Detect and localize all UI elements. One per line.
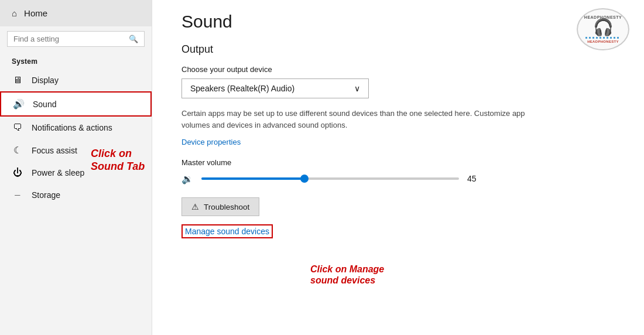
sidebar: ⌂ Home 🔍 System 🖥 Display 🔊 Sound 🗨 Noti… (0, 0, 152, 335)
volume-label: Master volume (181, 158, 621, 167)
power-icon: ⏻ (12, 168, 23, 178)
sidebar-item-focus-label: Focus assist (32, 146, 77, 155)
output-device-dropdown[interactable]: Speakers (Realtek(R) Audio) ∨ (181, 78, 369, 98)
main-content: HEADPHONESTY 🎧 HEADPHONESTY Sound Output… (152, 0, 644, 335)
sidebar-item-home[interactable]: ⌂ Home (0, 0, 152, 26)
output-description: Certain apps may be set up to use differ… (181, 108, 533, 131)
logo-area: HEADPHONESTY 🎧 HEADPHONESTY (574, 6, 632, 53)
headphones-icon: 🎧 (593, 19, 614, 36)
display-icon: 🖥 (12, 75, 23, 86)
sidebar-item-notifications-label: Notifications & actions (32, 123, 112, 132)
annotation-manage-line2: sound devices (310, 275, 384, 286)
page-title: Sound (181, 12, 621, 32)
volume-track (201, 177, 459, 180)
troubleshoot-label: Troubleshoot (204, 203, 249, 211)
annotation-manage-devices: Click on Manage sound devices (310, 264, 384, 286)
sound-icon: 🔊 (13, 98, 25, 110)
sidebar-item-sound-label: Sound (33, 100, 56, 109)
output-device-value: Speakers (Realtek(R) Audio) (190, 84, 294, 93)
sidebar-item-notifications[interactable]: 🗨 Notifications & actions (0, 117, 152, 139)
warning-icon: ⚠ (191, 202, 199, 211)
home-icon: ⌂ (12, 8, 17, 18)
system-section-label: System (0, 54, 152, 69)
volume-slider[interactable] (201, 173, 459, 184)
search-box: 🔍 (7, 31, 145, 47)
sidebar-item-storage[interactable]: ⏤ Storage (0, 184, 152, 206)
search-input[interactable] (13, 35, 124, 43)
volume-fill (201, 177, 304, 180)
volume-speaker-icon: 🔉 (181, 173, 193, 184)
sidebar-item-power-label: Power & sleep (32, 168, 84, 177)
sidebar-item-display-label: Display (32, 76, 59, 85)
sidebar-item-display[interactable]: 🖥 Display (0, 69, 152, 91)
storage-icon: ⏤ (12, 190, 23, 200)
device-properties-link[interactable]: Device properties (181, 138, 241, 146)
output-section-title: Output (181, 43, 621, 56)
annotation-manage-line1: Click on Manage (310, 264, 384, 275)
sidebar-item-focus[interactable]: ☾ Focus assist (0, 139, 152, 162)
troubleshoot-button[interactable]: ⚠ Troubleshoot (181, 197, 259, 216)
focus-icon: ☾ (12, 145, 23, 156)
sidebar-item-power[interactable]: ⏻ Power & sleep (0, 162, 152, 184)
notifications-icon: 🗨 (12, 122, 23, 133)
logo-circle: HEADPHONESTY 🎧 HEADPHONESTY (577, 8, 629, 50)
logo-bottom-text: HEADPHONESTY (587, 40, 619, 43)
sidebar-item-storage-label: Storage (32, 190, 60, 200)
volume-row: 🔉 45 (181, 173, 621, 184)
volume-thumb[interactable] (300, 175, 309, 183)
output-device-label: Choose your output device (181, 65, 621, 74)
sidebar-home-label: Home (24, 8, 47, 18)
manage-sound-devices-link[interactable]: Manage sound devices (181, 224, 273, 238)
chevron-down-icon: ∨ (354, 84, 360, 93)
sidebar-item-sound[interactable]: 🔊 Sound (0, 91, 152, 117)
volume-value: 45 (467, 174, 484, 183)
search-icon: 🔍 (129, 35, 138, 43)
